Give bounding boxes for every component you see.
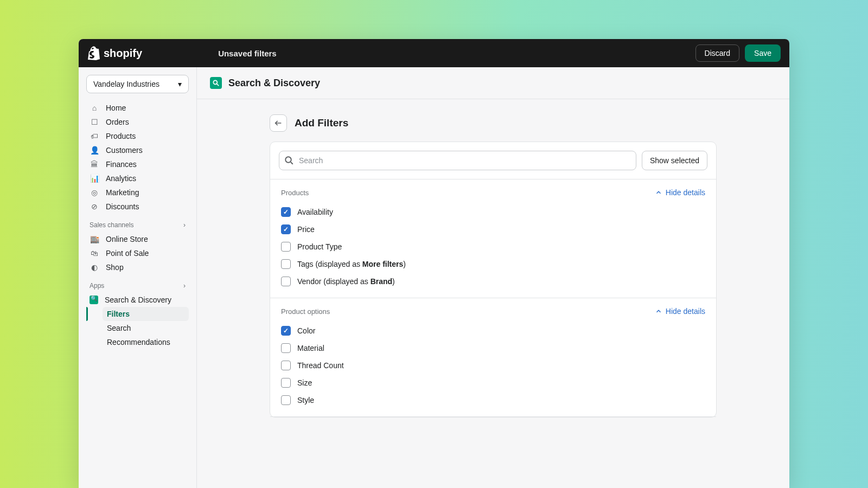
filter-row: Size <box>281 374 705 391</box>
nav-label: Products <box>106 132 136 140</box>
chevron-right-icon[interactable]: › <box>183 282 186 290</box>
nav-analytics[interactable]: 📊Analytics <box>86 171 189 185</box>
group-head: ProductsHide details <box>281 188 705 197</box>
subnav-search[interactable]: Search <box>103 321 189 335</box>
nav-pos[interactable]: 🛍Point of Sale <box>86 246 189 260</box>
checkbox[interactable] <box>281 326 291 336</box>
filter-group: Product optionsHide detailsColorMaterial… <box>270 298 716 417</box>
nav-label: Analytics <box>106 174 136 183</box>
group-title: Product options <box>281 307 330 316</box>
apps-header: Apps › <box>86 274 189 293</box>
section-label: Sales channels <box>90 221 133 229</box>
home-icon: ⌂ <box>90 104 99 112</box>
nav-marketing[interactable]: ◎Marketing <box>86 185 189 200</box>
hide-details-link[interactable]: Hide details <box>655 188 705 197</box>
nav-discounts[interactable]: ⊘Discounts <box>86 200 189 214</box>
filter-label: Vendor (displayed as Brand) <box>297 277 395 286</box>
checkbox[interactable] <box>281 343 291 353</box>
brand-text: shopify <box>104 47 142 60</box>
filter-group: ProductsHide detailsAvailabilityPricePro… <box>270 179 716 298</box>
filter-row: Thread Count <box>281 357 705 374</box>
sales-channels-header: Sales channels › <box>86 214 189 232</box>
filters-card: Show selected ProductsHide detailsAvaila… <box>270 142 717 418</box>
unsaved-status: Unsaved filters <box>218 49 277 58</box>
filter-label: Style <box>297 396 314 404</box>
chevron-right-icon[interactable]: › <box>183 221 186 229</box>
filter-row: Availability <box>281 203 705 221</box>
store-selector[interactable]: Vandelay Industries ▾ <box>86 75 189 93</box>
filter-row: Tags (displayed as More filters) <box>281 255 705 273</box>
checkbox[interactable] <box>281 361 291 370</box>
filter-label: Price <box>297 225 315 234</box>
search-input[interactable] <box>279 151 636 170</box>
brand-logo: shopify <box>87 46 142 60</box>
checkbox[interactable] <box>281 378 291 388</box>
checkbox[interactable] <box>281 259 291 269</box>
nav-label: Point of Sale <box>106 249 149 258</box>
nav-search-discovery[interactable]: 🔍 Search & Discovery <box>86 293 189 307</box>
filter-row: Material <box>281 339 705 357</box>
arrow-left-icon <box>274 119 283 127</box>
main: Search & Discovery Add Filters <box>197 67 789 488</box>
topbar: shopify Unsaved filters Discard Save <box>79 39 789 67</box>
checkbox[interactable] <box>281 242 291 252</box>
nav-label: Customers <box>106 146 143 155</box>
chevron-up-icon <box>655 189 662 196</box>
discard-button[interactable]: Discard <box>695 44 739 62</box>
app-window: shopify Unsaved filters Discard Save Van… <box>79 39 789 488</box>
nav-label: Home <box>106 104 126 112</box>
checkbox[interactable] <box>281 277 291 286</box>
page-title: Search & Discovery <box>228 78 320 89</box>
body: Vandelay Industries ▾ ⌂Home ☐Orders 🏷Pro… <box>79 67 789 488</box>
discounts-icon: ⊘ <box>90 202 99 211</box>
store-name: Vandelay Industries <box>93 80 159 88</box>
svg-point-0 <box>213 80 217 84</box>
topbar-actions: Discard Save <box>695 44 781 62</box>
svg-line-1 <box>217 84 219 86</box>
search-app-icon: 🔍 <box>90 296 98 304</box>
group-head: Product optionsHide details <box>281 307 705 316</box>
nav-label: Marketing <box>106 188 139 197</box>
search-wrap <box>279 151 636 170</box>
nav-label: Search & Discovery <box>105 296 171 304</box>
checkbox[interactable] <box>281 207 291 217</box>
nav-online-store[interactable]: 🏬Online Store <box>86 232 189 246</box>
filter-row: Color <box>281 322 705 339</box>
search-row: Show selected <box>270 142 716 179</box>
checkbox[interactable] <box>281 224 291 234</box>
back-button[interactable] <box>270 114 287 132</box>
filter-label: Size <box>297 378 312 387</box>
nav-shop[interactable]: ◐Shop <box>86 260 189 274</box>
checkbox[interactable] <box>281 395 291 405</box>
hide-details-text: Hide details <box>666 307 705 316</box>
finances-icon: 🏛 <box>90 160 99 169</box>
hide-details-text: Hide details <box>666 188 705 197</box>
nav-orders[interactable]: ☐Orders <box>86 115 189 129</box>
nav-products[interactable]: 🏷Products <box>86 129 189 143</box>
subnav-filters[interactable]: Filters <box>103 307 189 321</box>
store-icon: 🏬 <box>90 235 99 243</box>
filter-row: Vendor (displayed as Brand) <box>281 273 705 290</box>
subheader: Add Filters <box>270 114 717 132</box>
nav-label: Finances <box>106 160 137 169</box>
chevron-up-icon <box>655 307 662 315</box>
filter-label: Product Type <box>297 242 342 251</box>
app-badge-icon <box>210 77 222 89</box>
sidebar: Vandelay Industries ▾ ⌂Home ☐Orders 🏷Pro… <box>79 67 197 488</box>
hide-details-link[interactable]: Hide details <box>655 307 705 316</box>
nav-finances[interactable]: 🏛Finances <box>86 157 189 171</box>
nav-label: Shop <box>106 263 124 272</box>
nav-home[interactable]: ⌂Home <box>86 101 189 115</box>
section-label: Apps <box>90 282 104 290</box>
filter-label: Tags (displayed as More filters) <box>297 260 406 268</box>
subnav-recommendations[interactable]: Recommendations <box>103 335 189 349</box>
nav-customers[interactable]: 👤Customers <box>86 143 189 157</box>
save-button[interactable]: Save <box>745 44 781 62</box>
pos-icon: 🛍 <box>90 249 99 258</box>
show-selected-button[interactable]: Show selected <box>642 151 707 170</box>
app-subnav: Filters Search Recommendations <box>86 307 189 349</box>
svg-line-4 <box>291 162 293 164</box>
shop-icon: ◐ <box>90 263 99 272</box>
nav-label: Discounts <box>106 202 139 211</box>
search-icon <box>284 156 294 168</box>
